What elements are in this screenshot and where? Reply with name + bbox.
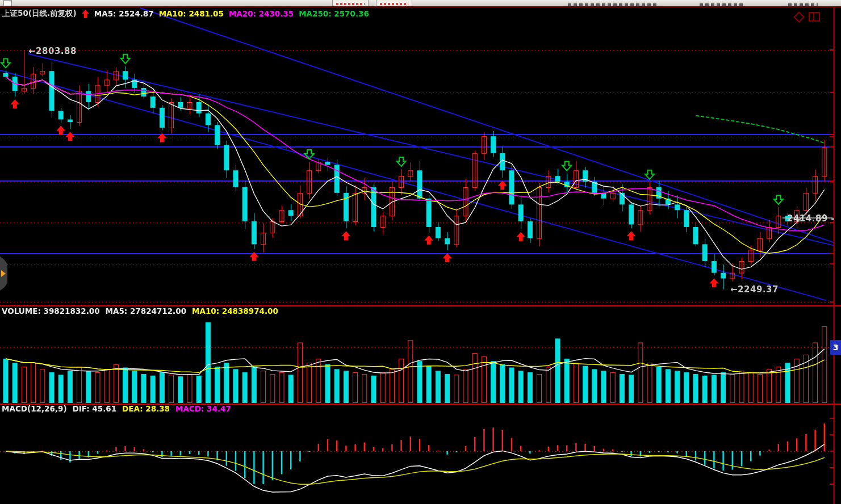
ma20-readout: MA20: 2430.35 [229, 9, 294, 18]
toolbar-app-icon [3, 0, 12, 6]
toolbar-button-stub[interactable] [376, 0, 412, 6]
toolbar-text-fragment [788, 3, 818, 6]
macd-readout: MACD: 34.47 [175, 404, 231, 413]
macd-header: MACD(12,26,9) DIF: 45.61 DEA: 28.38 MACD… [2, 404, 231, 413]
symbol-title: 上证50(日线.前复权) [2, 9, 77, 19]
volume-ma10-readout: MA10: 24838974.00 [192, 306, 278, 316]
ma10-readout: MA10: 2481.05 [159, 9, 224, 18]
expand-arrow-icon [1, 270, 6, 277]
volume-readout: VOLUME: 39821832.00 [2, 306, 100, 316]
trading-app-window: 上证50(日线.前复权) MA5: 2524.87 MA10: 2481.05 … [0, 0, 841, 504]
main-chart-header: 上证50(日线.前复权) MA5: 2524.87 MA10: 2481.05 … [2, 9, 369, 19]
volume-header: VOLUME: 39821832.00 MA5: 27824712.00 MA1… [2, 306, 278, 316]
chart-corner-controls [795, 12, 820, 22]
diamond-icon[interactable] [793, 11, 805, 23]
ma5-readout: MA5: 2524.87 [94, 9, 154, 18]
low-price-label: ←2249.37 [730, 284, 779, 295]
macd-title: MACD(12,26,9) [2, 404, 67, 413]
dea-readout: DEA: 28.38 [122, 404, 170, 413]
toolbar-text-fragment [568, 3, 659, 6]
high-price-label: ←2803.88 [28, 46, 77, 56]
ma250-readout: MA250: 2570.36 [299, 9, 369, 18]
kline-chart-canvas[interactable] [0, 0, 841, 504]
up-arrow-icon [82, 10, 89, 18]
volume-ma5-readout: MA5: 27824712.00 [106, 306, 186, 316]
toolbar-button-stub[interactable] [332, 0, 369, 6]
dif-readout: DIF: 45.61 [73, 404, 117, 413]
volume-scale-badge: 3 [830, 340, 841, 355]
recent-price-label: 2414.89 - [787, 213, 835, 224]
split-window-icon[interactable] [809, 12, 820, 22]
toolbar-text-fragment [700, 3, 745, 6]
top-toolbar[interactable] [0, 0, 841, 7]
